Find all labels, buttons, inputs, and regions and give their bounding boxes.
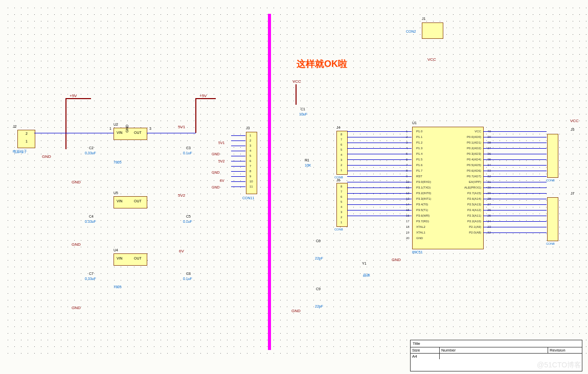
ref-R1: R1 <box>305 158 309 162</box>
u2-vin: VIN <box>117 131 123 134</box>
type-J3: CON11 <box>242 196 254 200</box>
connector-J7 <box>547 197 558 241</box>
ref-J7: J7 <box>571 192 574 195</box>
j3-6v: 6V <box>220 179 224 182</box>
ref-U2: U2 <box>114 123 118 126</box>
rev-label: Revision <box>548 347 582 353</box>
ref-U5: U5 <box>114 191 118 195</box>
connector-J5 <box>547 134 558 178</box>
gnd-j2: GND <box>42 154 51 159</box>
schematic-canvas: (function(){var c=document.getElementByI… <box>0 0 588 374</box>
ref-C1: C1 <box>301 107 305 111</box>
ref-U1: U1 <box>412 121 417 125</box>
title-label: Title <box>411 340 582 347</box>
j2-type: 电源端子 <box>13 149 27 154</box>
type-J6: CON8 <box>334 228 343 231</box>
ref-U4: U4 <box>114 248 118 252</box>
ref-C7: C7 <box>89 272 94 275</box>
val-C7: 0.33uF <box>85 277 96 280</box>
part-U1: 89C51 <box>412 250 423 254</box>
j3-gnd3: GND <box>212 185 220 189</box>
ref-J1: J1 <box>422 17 425 20</box>
u2-out: OUT <box>134 131 142 134</box>
j2-pin1: 1 <box>26 139 28 143</box>
ref-C2: C2 <box>89 146 94 150</box>
val-R1: 10K <box>305 163 311 167</box>
u4-vin: VIN <box>117 256 123 260</box>
watermark: @51CTO博客 <box>537 361 581 370</box>
ref-C8: C8 <box>186 272 191 275</box>
type-J5: CON8 <box>546 179 555 182</box>
net-6v: 6V <box>179 249 184 253</box>
u2-n3: 3 <box>149 127 151 130</box>
net-vcc-right: VCC <box>570 119 579 123</box>
connector-J1 <box>422 22 443 39</box>
j2-pin2: 2 <box>26 132 28 135</box>
ref-C4: C4 <box>89 215 94 218</box>
number-label: Number <box>440 347 548 353</box>
gnd-u2: GND <box>72 180 81 184</box>
val-C2: 0.33uF <box>85 151 96 155</box>
j1-vcc: VCC <box>427 57 436 62</box>
gnd-cry: GND <box>291 309 301 313</box>
j3-gnd1: GND <box>212 152 220 156</box>
ref-C6: C6 <box>316 239 321 243</box>
u4-out: OUT <box>134 256 142 260</box>
ref-C9: C9 <box>316 287 321 291</box>
net-5v-right: +5V <box>199 94 207 98</box>
u5-vin: VIN <box>117 199 123 203</box>
val-C6: 22pF <box>315 256 323 260</box>
size-value: A4 <box>411 354 440 359</box>
type-J1: CON2 <box>406 30 416 33</box>
ref-C5: C5 <box>186 215 191 218</box>
val-C9: 22pF <box>315 305 323 308</box>
u2-part: 7805 <box>114 160 122 164</box>
u2-gnd: GND <box>125 125 129 133</box>
u4-part: 7805 <box>114 285 122 289</box>
gnd-mcu: GND <box>392 258 401 262</box>
ref-J5: J5 <box>571 128 574 131</box>
val-C3: 0.1uF <box>183 151 192 155</box>
j3-5v1: 5V1 <box>218 141 224 145</box>
gnd-u5: GND <box>72 242 81 247</box>
type-J7: CON8 <box>546 242 555 245</box>
ref-J4: J4 <box>336 126 340 129</box>
j3-gnd2: GND <box>212 171 220 174</box>
ref-Y1: Y1 <box>362 262 367 265</box>
u2-n1: 1 <box>109 127 111 130</box>
j3-5v2: 5V2 <box>218 159 224 163</box>
val-C1: 10uF <box>299 112 307 116</box>
val-Y1: 晶体 <box>363 273 370 278</box>
net-vcc: VCC <box>292 79 301 84</box>
net-5v1: 5V1 <box>178 125 185 129</box>
val-C8: 0.1uF <box>183 277 192 280</box>
net-5v2: 5V2 <box>178 193 185 198</box>
ref-J3: J3 <box>246 126 250 130</box>
val-C5: 0.1uF <box>183 220 192 223</box>
size-label: Size <box>411 347 440 353</box>
ref-J2: J2 <box>13 125 16 128</box>
u5-out: OUT <box>134 199 142 203</box>
sheet-boundary-line <box>268 14 271 350</box>
gnd-u4: GND <box>72 306 81 310</box>
ref-J6: J6 <box>336 178 340 182</box>
annotation-ok: 这样就OK啦 <box>297 58 347 70</box>
ref-C3: C3 <box>186 146 191 150</box>
net-5v-left: +5V <box>70 94 77 98</box>
val-C4: 0.33uF <box>85 220 96 223</box>
